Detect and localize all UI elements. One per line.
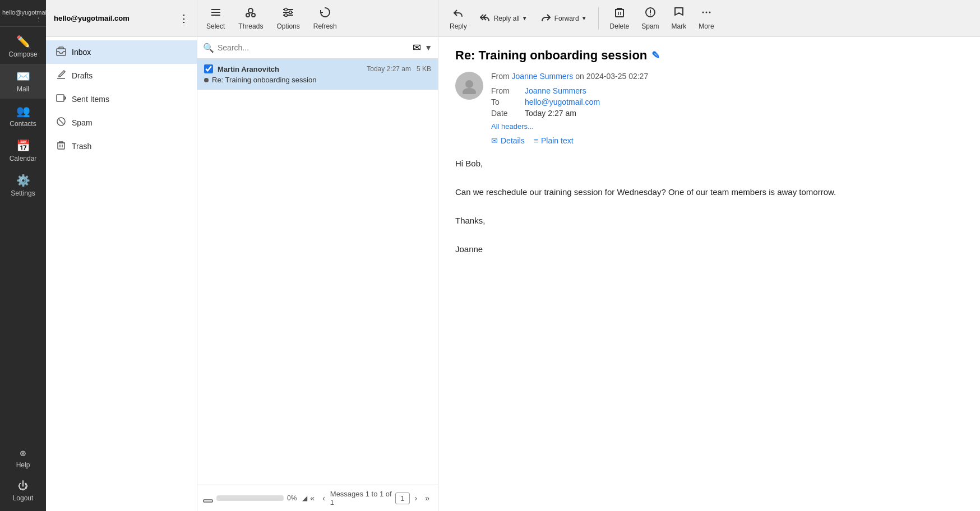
nav-item-help[interactable]: ⊗ Help (0, 442, 46, 475)
nav-item-mail[interactable]: ✉️ Mail (0, 64, 46, 99)
nav-label-compose: Compose (8, 50, 37, 58)
prev-page-button[interactable]: ‹ (320, 493, 328, 504)
delete-button[interactable]: Delete (607, 4, 633, 32)
from-label: From (491, 86, 519, 95)
resize-handle[interactable]: ◢ (302, 494, 307, 502)
progress-pct: 0% (287, 494, 297, 502)
reply-all-dropdown-icon[interactable]: ▼ (522, 15, 528, 21)
progress-bar (216, 495, 284, 501)
options-button[interactable]: Options (273, 4, 303, 32)
folder-item-inbox[interactable]: Inbox (46, 40, 197, 64)
first-page-button[interactable]: « (307, 493, 317, 504)
chevron-down-icon[interactable]: ▼ (424, 43, 432, 52)
email-thanks: Thanks, (455, 213, 963, 228)
search-input[interactable] (218, 43, 409, 52)
svg-rect-11 (57, 49, 66, 55)
threads-icon (244, 6, 257, 21)
plain-text-icon: ≡ (534, 136, 538, 145)
mark-button[interactable]: Mark (668, 4, 690, 32)
reply-all-button[interactable]: Reply all ▼ (476, 8, 531, 28)
reply-button[interactable]: Reply (446, 4, 470, 32)
nav-item-compose[interactable]: ✏️ Compose (0, 29, 46, 64)
message-item[interactable]: Martin Aranovitch Today 2:27 am 5 KB Re:… (197, 59, 438, 90)
nav-label-calendar: Calendar (10, 155, 37, 162)
nav-label-logout: Logout (13, 494, 34, 502)
email-content: Re: Training onboarding session ✎ From J… (438, 37, 980, 511)
progress-icon (203, 493, 213, 504)
nav-item-logout[interactable]: ⏻ Logout (0, 475, 46, 508)
details-icon: ✉ (491, 136, 498, 145)
forward-dropdown-icon[interactable]: ▼ (581, 15, 587, 21)
date-value: Today 2:27 am (525, 109, 576, 118)
all-headers-link[interactable]: All headers... (491, 122, 648, 131)
toolbar-divider (598, 7, 599, 30)
refresh-button[interactable]: Refresh (310, 4, 340, 32)
from-value-link[interactable]: Joanne Summers (525, 86, 586, 95)
folder-item-sent[interactable]: Sent Items (46, 87, 197, 111)
nav-item-settings[interactable]: ⚙️ Settings (0, 168, 46, 203)
plain-text-button[interactable]: ≡ Plain text (534, 136, 574, 145)
svg-rect-18 (204, 500, 212, 502)
to-value-link[interactable]: hello@yugotmail.com (525, 97, 600, 106)
email-greeting: Hi Bob, (455, 156, 963, 171)
folder-item-trash[interactable]: Trash (46, 134, 197, 158)
svg-point-10 (285, 14, 288, 17)
last-page-button[interactable]: » (422, 493, 432, 504)
trash-icon (56, 140, 66, 152)
spam-button[interactable]: Spam (638, 4, 662, 32)
select-button[interactable]: Select (203, 4, 228, 32)
refresh-icon (319, 6, 331, 21)
message-checkbox[interactable] (204, 64, 213, 73)
message-subject-text: Re: Training onboarding session (212, 76, 316, 84)
unread-dot (204, 78, 209, 82)
folder-list: Inbox Drafts Sent Items (46, 37, 197, 161)
to-label: To (491, 97, 519, 106)
sent-icon (56, 93, 66, 105)
details-button[interactable]: ✉ Details (491, 136, 525, 145)
svg-point-23 (650, 15, 651, 16)
email-toolbar: Reply Reply all ▼ Forward ▼ (438, 0, 980, 37)
spam-icon (56, 117, 66, 129)
forward-button[interactable]: Forward ▼ (537, 8, 590, 28)
mail-filter-icon[interactable]: ✉ (413, 41, 421, 54)
message-date: Today 2:27 am (367, 65, 411, 73)
drafts-icon (56, 69, 66, 82)
nav-item-calendar[interactable]: 📅 Calendar (0, 133, 46, 168)
svg-point-9 (289, 11, 292, 14)
delete-icon (613, 6, 626, 21)
folder-item-spam[interactable]: Spam (46, 111, 197, 134)
svg-rect-19 (616, 10, 623, 17)
nav-item-contacts[interactable]: 👥 Contacts (0, 99, 46, 133)
svg-line-14 (59, 119, 63, 124)
folder-item-drafts[interactable]: Drafts (46, 64, 197, 87)
folder-account-menu-icon[interactable]: ⋮ (179, 12, 189, 25)
folder-label-sent: Sent Items (72, 95, 109, 104)
search-bar: 🔍 ✉ ▼ (197, 37, 438, 59)
sidebar-email: hello@yugotmail.com ⋮ (0, 6, 46, 27)
folder-label-inbox: Inbox (72, 48, 91, 57)
threads-button[interactable]: Threads (235, 4, 266, 32)
nav-label-help: Help (16, 461, 30, 469)
sender-avatar (455, 72, 483, 100)
spam-toolbar-icon (644, 6, 657, 21)
search-icon: 🔍 (203, 43, 214, 53)
edit-icon[interactable]: ✎ (651, 49, 660, 62)
pagination-info: Messages 1 to 1 of 1 (330, 490, 393, 507)
more-button[interactable]: More (695, 4, 717, 32)
folder-label-trash: Trash (72, 142, 91, 151)
from-name-link[interactable]: Joanne Summers (512, 72, 574, 81)
folder-account-name: hello@yugotmail.com (54, 14, 130, 22)
calendar-icon: 📅 (16, 139, 30, 152)
folder-label-drafts: Drafts (72, 71, 93, 80)
svg-point-27 (465, 80, 473, 88)
svg-point-8 (285, 8, 288, 11)
email-signature: Joanne (455, 242, 963, 257)
next-page-button[interactable]: › (412, 493, 420, 504)
nav-label-settings: Settings (11, 189, 35, 197)
mail-icon: ✉️ (16, 69, 30, 83)
sidebar-menu-icon[interactable]: ⋮ (35, 16, 41, 23)
more-icon (700, 6, 713, 21)
mark-icon (673, 6, 685, 21)
folder-label-spam: Spam (72, 118, 93, 127)
forward-icon (540, 11, 552, 26)
